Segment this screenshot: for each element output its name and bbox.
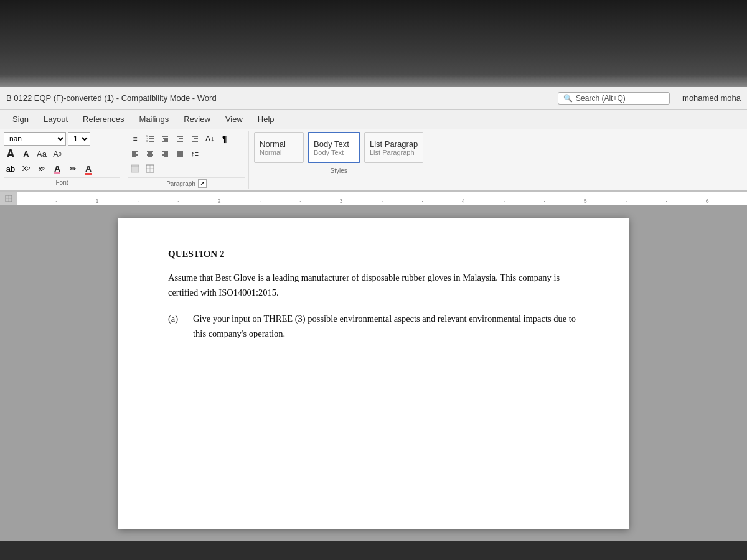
part-a-container: (a) Give your input on THREE (3) possibl…	[168, 312, 579, 342]
ruler-mark: 5	[584, 198, 587, 204]
ruler-mark-1: ·	[55, 198, 57, 204]
search-box[interactable]: 🔍 Search (Alt+Q)	[558, 92, 670, 105]
style-list-para-preview: List Paragrap	[370, 139, 418, 149]
ruler-mark: 1	[96, 198, 99, 204]
ruler-mark: 4	[462, 198, 465, 204]
paragraph-section: ≡ 123 A↓ ¶	[125, 131, 249, 189]
ruler-mark: ·	[421, 198, 423, 204]
style-body-text-label: Body Text	[314, 149, 344, 156]
ruler-mark: 6	[706, 198, 709, 204]
ruler-mark: 3	[340, 198, 343, 204]
superscript-button[interactable]: x2	[35, 162, 49, 175]
document-content: QUESTION 2 Assume that Best Glove is a l…	[168, 249, 579, 342]
subscript-button[interactable]: X2	[19, 162, 33, 175]
styles-section: Normal Normal Body Text Body Text List P…	[249, 131, 428, 175]
font-section: nan 12 A A Aa Ao ab X2 x2	[0, 131, 125, 187]
align-left-button[interactable]	[128, 147, 142, 161]
ruler-marks: · 1 · · 2 · · 3 · · 4 · · 5 · · 6	[17, 198, 747, 204]
ruler-mark: ·	[260, 198, 261, 204]
styles-group-label: Styles	[254, 166, 423, 174]
menu-bar: Sign Layout References Mailings Review V…	[0, 110, 747, 129]
top-background	[0, 0, 747, 87]
ribbon: nan 12 A A Aa Ao ab X2 x2	[0, 129, 747, 192]
ruler-mark: 2	[218, 198, 221, 204]
justify-button[interactable]	[173, 147, 187, 161]
part-a-label: (a)	[168, 312, 178, 342]
search-icon: 🔍	[563, 94, 573, 103]
user-name: mohamed moha	[682, 93, 741, 103]
highlight-color-button[interactable]: ✏	[66, 162, 80, 175]
style-normal-label: Normal	[260, 149, 281, 156]
document-area: QUESTION 2 Assume that Best Glove is a l…	[0, 205, 747, 541]
style-body-text-preview: Body Text	[314, 139, 349, 149]
font-size-dropdown[interactable]: 12	[68, 132, 90, 146]
svg-rect-32	[131, 165, 139, 172]
menu-mailings[interactable]: Mailings	[133, 112, 176, 126]
ruler-mark: ·	[543, 198, 545, 204]
paragraph-group-label: Paragraph ↗	[128, 177, 245, 188]
menu-references[interactable]: References	[77, 112, 130, 126]
line-spacing-button[interactable]: ↕≡	[188, 147, 202, 161]
title-bar: B 0122 EQP (F)-converted (1) - Compatibi…	[0, 87, 747, 110]
paragraph-expand-button[interactable]: ↗	[198, 179, 207, 188]
ruler: · 1 · · 2 · · 3 · · 4 · · 5 · · 6	[0, 192, 747, 205]
menu-help[interactable]: Help	[251, 112, 281, 126]
style-normal-button[interactable]: Normal Normal	[254, 132, 304, 163]
shading-button[interactable]	[128, 162, 142, 175]
ruler-mark: ·	[299, 198, 301, 204]
strikethrough-button[interactable]: ab	[4, 162, 17, 175]
increase-indent-button[interactable]	[188, 132, 202, 146]
borders-button[interactable]	[143, 162, 157, 175]
show-formatting-button[interactable]: ¶	[218, 132, 232, 146]
ruler-mark: ·	[382, 198, 383, 204]
menu-view[interactable]: View	[219, 112, 249, 126]
font-name-dropdown[interactable]: nan	[4, 132, 66, 146]
numbered-list-button[interactable]: 123	[143, 132, 157, 146]
menu-review[interactable]: Review	[177, 112, 217, 126]
search-placeholder: Search (Alt+Q)	[576, 94, 626, 103]
svg-text:3: 3	[146, 140, 148, 142]
clear-formatting-button[interactable]: Ao	[50, 147, 64, 161]
ruler-mark: ·	[665, 198, 667, 204]
menu-sign[interactable]: Sign	[6, 112, 35, 126]
ruler-mark: ·	[177, 198, 179, 204]
document-title: B 0122 EQP (F)-converted (1) - Compatibi…	[6, 93, 545, 103]
ruler-mark: ·	[504, 198, 505, 204]
sort-button[interactable]: A↓	[203, 132, 217, 146]
menu-layout[interactable]: Layout	[37, 112, 74, 126]
style-body-text-button[interactable]: Body Text Body Text	[308, 132, 360, 163]
document-page[interactable]: QUESTION 2 Assume that Best Glove is a l…	[118, 218, 629, 529]
style-list-paragraph-button[interactable]: List Paragrap List Paragraph	[364, 132, 423, 163]
font-size-decrease-button[interactable]: A	[19, 147, 33, 161]
font-size-increase-button[interactable]: A	[4, 147, 17, 161]
font-color-button[interactable]: A	[50, 162, 64, 175]
ruler-corner[interactable]	[0, 192, 17, 205]
style-list-para-label: List Paragraph	[370, 149, 415, 156]
align-right-button[interactable]	[158, 147, 172, 161]
ruler-mark: ·	[626, 198, 627, 204]
multilevel-list-button[interactable]	[158, 132, 172, 146]
style-normal-preview: Normal	[260, 139, 286, 149]
intro-paragraph[interactable]: Assume that Best Glove is a leading manu…	[168, 271, 579, 301]
ruler-mark: ·	[138, 198, 139, 204]
bullets-button[interactable]: ≡	[128, 132, 142, 146]
font-group-label: Font	[4, 177, 120, 186]
text-color-button[interactable]: A	[82, 162, 95, 175]
change-case-button[interactable]: Aa	[35, 147, 49, 161]
ruler-track: · 1 · · 2 · · 3 · · 4 · · 5 · · 6	[17, 192, 747, 205]
part-a-text[interactable]: Give your input on THREE (3) possible en…	[193, 312, 579, 342]
question2-heading: QUESTION 2	[168, 249, 579, 259]
decrease-indent-button[interactable]	[173, 132, 187, 146]
align-center-button[interactable]	[143, 147, 157, 161]
